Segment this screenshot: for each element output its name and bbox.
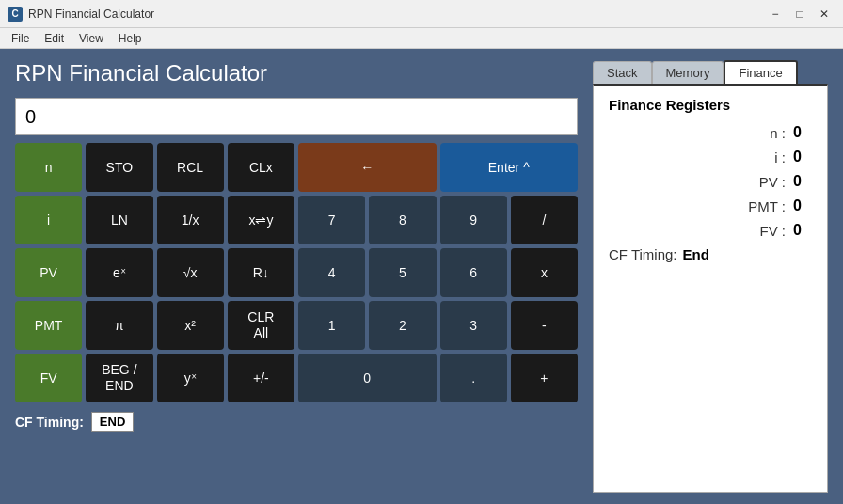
- window-title: RPN Financial Calculator: [28, 8, 764, 21]
- maximize-button[interactable]: □: [788, 5, 811, 24]
- register-row: i :0: [609, 149, 812, 165]
- pmt-button[interactable]: PMT: [15, 301, 82, 350]
- registers-list: n :0i :0PV :0PMT :0FV :0: [609, 124, 812, 239]
- register-value: 0: [793, 124, 812, 141]
- register-row: n :0: [609, 124, 812, 141]
- finance-cf-value: End: [683, 246, 709, 262]
- sqrt-button[interactable]: √x: [157, 248, 224, 297]
- tab-content: Finance Registers n :0i :0PV :0PMT :0FV …: [593, 84, 828, 493]
- tab-memory[interactable]: Memory: [652, 61, 724, 84]
- clrall-button[interactable]: CLRAll: [228, 301, 294, 350]
- 8-button[interactable]: 8: [369, 196, 436, 244]
- finance-cf-label: CF Timing:: [609, 246, 677, 262]
- clx-button[interactable]: CLx: [228, 143, 294, 192]
- i-button[interactable]: i: [15, 196, 82, 244]
- 7-button[interactable]: 7: [298, 196, 365, 244]
- dot-button[interactable]: .: [440, 354, 507, 402]
- add-button[interactable]: +: [511, 354, 578, 402]
- right-panel: StackMemoryFinance Finance Registers n :…: [593, 60, 828, 493]
- pi-button[interactable]: π: [86, 301, 152, 350]
- register-value: 0: [793, 149, 812, 165]
- pv-button[interactable]: PV: [15, 248, 82, 297]
- menu-item-file[interactable]: File: [4, 30, 37, 47]
- 1-button[interactable]: 1: [298, 301, 365, 350]
- menu-item-edit[interactable]: Edit: [37, 30, 72, 47]
- app-title: RPN Financial Calculator: [15, 60, 578, 87]
- register-label: PV :: [739, 174, 786, 190]
- register-label: n :: [739, 125, 786, 141]
- begend-button[interactable]: BEG /END: [86, 354, 152, 402]
- app-icon: C: [8, 7, 23, 22]
- ex-button[interactable]: eˣ: [86, 248, 152, 297]
- sto-button[interactable]: STO: [86, 143, 152, 192]
- 3-button[interactable]: 3: [440, 301, 507, 350]
- sub-button[interactable]: -: [511, 301, 578, 350]
- register-value: 0: [793, 173, 812, 190]
- yx-button[interactable]: yˣ: [157, 354, 224, 402]
- tab-stack[interactable]: Stack: [593, 61, 652, 84]
- main-content: RPN Financial Calculator 0 nSTORCLCLx←En…: [0, 49, 843, 504]
- menu-item-view[interactable]: View: [72, 30, 111, 47]
- register-row: FV :0: [609, 222, 812, 239]
- 6-button[interactable]: 6: [440, 248, 507, 297]
- pm-button[interactable]: +/-: [228, 354, 294, 402]
- tab-bar: StackMemoryFinance: [593, 60, 828, 84]
- xy-button[interactable]: x⇌y: [228, 196, 294, 244]
- rdown-button[interactable]: R↓: [228, 248, 294, 297]
- minimize-button[interactable]: −: [764, 5, 787, 24]
- fv-button[interactable]: FV: [15, 354, 82, 402]
- window-controls: − □ ✕: [764, 5, 835, 24]
- bksp-button[interactable]: ←: [298, 143, 437, 192]
- 0-button[interactable]: 0: [298, 354, 437, 402]
- register-label: PMT :: [739, 198, 786, 214]
- cf-timing-value: END: [91, 412, 134, 432]
- n-button[interactable]: n: [15, 143, 82, 192]
- title-bar: C RPN Financial Calculator − □ ✕: [0, 0, 843, 28]
- rcl-button[interactable]: RCL: [157, 143, 224, 192]
- finance-cf-timing: CF Timing: End: [609, 246, 812, 262]
- menu-item-help[interactable]: Help: [111, 30, 150, 47]
- 4-button[interactable]: 4: [298, 248, 365, 297]
- x2-button[interactable]: x²: [157, 301, 224, 350]
- mul-button[interactable]: x: [511, 248, 578, 297]
- menu-bar: FileEditViewHelp: [0, 28, 843, 49]
- cf-timing-bar: CF Timing: END: [15, 412, 578, 432]
- tab-finance[interactable]: Finance: [724, 60, 797, 84]
- ln-button[interactable]: LN: [86, 196, 152, 244]
- enter-button[interactable]: Enter ^: [440, 143, 579, 192]
- 9-button[interactable]: 9: [440, 196, 507, 244]
- register-row: PV :0: [609, 173, 812, 190]
- register-row: PMT :0: [609, 197, 812, 214]
- 2-button[interactable]: 2: [369, 301, 436, 350]
- display[interactable]: 0: [15, 98, 578, 135]
- button-grid: nSTORCLCLx←Enter ^iLN1/xx⇌y789/PVeˣ√xR↓4…: [15, 143, 578, 402]
- register-value: 0: [793, 197, 812, 214]
- close-button[interactable]: ✕: [813, 5, 835, 24]
- div-button[interactable]: /: [511, 196, 578, 244]
- register-label: i :: [739, 150, 786, 165]
- inv-button[interactable]: 1/x: [157, 196, 224, 244]
- finance-registers-title: Finance Registers: [609, 97, 812, 113]
- register-value: 0: [793, 222, 812, 239]
- 5-button[interactable]: 5: [369, 248, 436, 297]
- calculator-panel: RPN Financial Calculator 0 nSTORCLCLx←En…: [15, 60, 578, 493]
- register-label: FV :: [739, 223, 786, 239]
- cf-timing-label: CF Timing:: [15, 415, 84, 430]
